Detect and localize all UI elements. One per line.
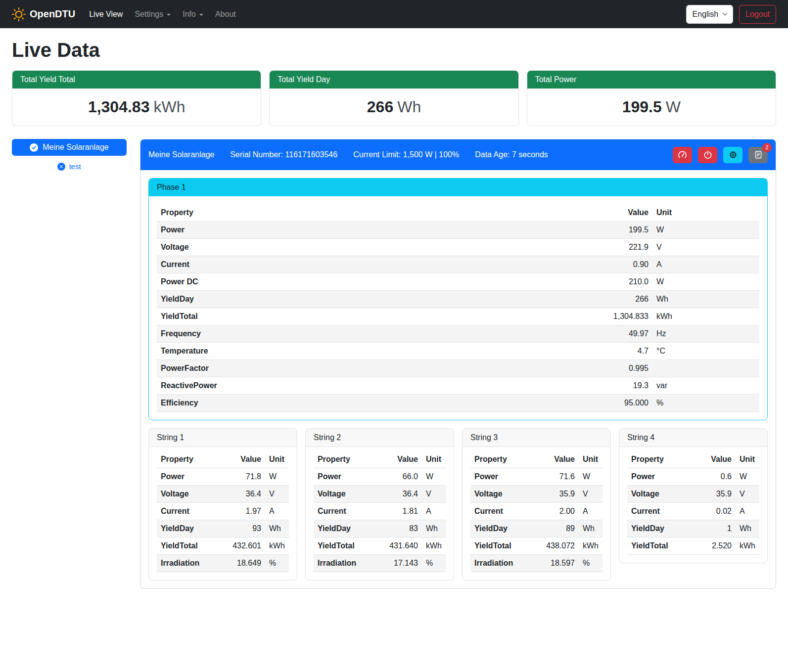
inverter-serial: Serial Number: 116171603546 (230, 150, 337, 159)
string-4-card: String 4 Property Value Unit (619, 428, 768, 563)
header-unit: Unit (422, 451, 446, 468)
string-title: String 3 (463, 429, 610, 447)
property-cell: Efficiency (157, 395, 453, 412)
table-row: Voltage36.4V (157, 486, 289, 503)
nav-item-info[interactable]: Info (177, 6, 209, 23)
header-property: Property (470, 451, 531, 468)
nav-item-live-view[interactable]: Live View (83, 6, 129, 23)
power-control-button[interactable] (698, 147, 717, 163)
table-body: Power0.6WVoltage35.9VCurrent0.02AYieldDa… (627, 468, 759, 555)
nav-item-label: Settings (135, 10, 163, 19)
sidebar-item-test[interactable]: test (12, 162, 127, 171)
property-cell: Current (470, 503, 531, 520)
property-cell: YieldTotal (157, 538, 218, 555)
string-3-table: Property Value Unit Power71.6WVoltage35.… (470, 451, 603, 572)
x-circle-icon (57, 163, 65, 171)
unit-cell: W (579, 468, 603, 486)
unit-cell: V (265, 486, 289, 503)
nav-links: Live View Settings Info About (83, 6, 242, 23)
property-cell: Current (314, 503, 374, 520)
caret-down-icon (199, 14, 203, 16)
navbar-left: OpenDTU Live View Settings Info About (12, 6, 242, 23)
property-cell: Power (470, 468, 531, 486)
card-unit: kWh (153, 98, 185, 116)
phase-body: Property Value Unit Power199.5WVoltage22… (149, 196, 767, 420)
property-cell: YieldDay (157, 520, 218, 538)
phase-card: Phase 1 Property Value Unit Power199.5WV… (148, 178, 768, 420)
string-2-card: String 2 Property Value Unit (305, 428, 454, 581)
property-cell: Current (157, 256, 453, 273)
language-select[interactable]: English (686, 5, 733, 24)
unit-cell: Wh (652, 291, 759, 308)
value-cell: 2.00 (531, 503, 579, 520)
table-row: YieldDay1Wh (627, 520, 759, 538)
table-row: YieldTotal1,304.833kWh (157, 308, 759, 325)
logout-button[interactable]: Logout (739, 5, 776, 24)
table-row: Current0.02A (627, 503, 759, 520)
card-body: 266Wh (270, 89, 518, 126)
card-title: Total Yield Day (270, 71, 518, 89)
table-row: YieldDay93Wh (157, 520, 289, 538)
limit-settings-button[interactable] (673, 147, 692, 163)
value-cell: 89 (531, 520, 579, 538)
inverter-panel: Meine Solaranlage Serial Number: 1161716… (140, 139, 776, 589)
nav-item-settings[interactable]: Settings (129, 6, 177, 23)
string-body: Property Value Unit Power71.6WVoltage35.… (463, 447, 610, 580)
card-title: Total Power (527, 71, 776, 89)
property-cell: Power DC (157, 273, 453, 291)
value-cell: 66.0 (374, 468, 422, 486)
total-yield-total-card: Total Yield Total 1,304.83kWh (12, 70, 261, 126)
string-1-table: Property Value Unit Power71.8WVoltage36.… (157, 451, 289, 572)
table-row: Power DC210.0W (157, 273, 759, 291)
header-value: Value (453, 204, 652, 222)
table-row: Voltage36.4V (314, 486, 446, 503)
table-row: YieldDay83Wh (314, 520, 446, 538)
total-yield-day-card: Total Yield Day 266Wh (269, 70, 518, 126)
inverter-select-button[interactable]: Meine Solaranlage (12, 139, 127, 156)
value-cell: 35.9 (531, 486, 579, 503)
card-value: 1,304.83 (88, 98, 150, 116)
table-header-row: Property Value Unit (157, 451, 289, 468)
table-row: Power71.6W (470, 468, 603, 486)
property-cell: YieldTotal (157, 308, 453, 325)
value-cell: 36.4 (374, 486, 422, 503)
table-row: Voltage35.9V (470, 486, 603, 503)
value-cell: 71.8 (218, 468, 265, 486)
card-value: 199.5 (622, 98, 662, 116)
unit-cell: var (652, 377, 759, 395)
unit-cell: W (652, 222, 759, 239)
unit-cell: V (579, 486, 603, 503)
table-row: Power66.0W (314, 468, 446, 486)
device-info-button[interactable] (723, 147, 742, 163)
property-cell: YieldDay (470, 520, 531, 538)
table-row: YieldTotal432.601kWh (157, 538, 289, 555)
header-value: Value (218, 451, 265, 468)
table-row: Power71.8W (157, 468, 289, 486)
inverter-limit: Current Limit: 1,500 W | 100% (353, 150, 459, 159)
table-body: Power71.6WVoltage35.9VCurrent2.00AYieldD… (470, 468, 603, 572)
unit-cell: A (736, 503, 759, 520)
card-body: 199.5W (527, 89, 776, 126)
table-head: Property Value Unit (627, 451, 759, 468)
header-value: Value (694, 451, 736, 468)
string-3-card: String 3 Property Value Unit (462, 428, 611, 581)
table-row: YieldDay266Wh (157, 291, 759, 308)
event-log-button[interactable]: 2 (748, 147, 768, 163)
table-header-row: Property Value Unit (157, 204, 759, 222)
sidebar-item-label: test (69, 162, 81, 171)
inverter-panel-header: Meine Solaranlage Serial Number: 1161716… (140, 139, 776, 170)
string-body: Property Value Unit Power71.8WVoltage36.… (149, 447, 297, 580)
brand-link[interactable]: OpenDTU (12, 7, 75, 21)
string-body: Property Value Unit Power66.0WVoltage36.… (306, 447, 454, 580)
nav-item-about[interactable]: About (209, 6, 242, 23)
table-header-row: Property Value Unit (470, 451, 603, 468)
unit-cell: W (422, 468, 446, 486)
table-row: PowerFactor0.995 (157, 360, 759, 377)
value-cell: 71.6 (531, 468, 579, 486)
page-title: Live Data (12, 39, 776, 61)
sun-icon (12, 7, 26, 21)
unit-cell: °C (652, 343, 759, 360)
value-cell: 49.97 (453, 325, 652, 343)
property-cell: Current (157, 503, 218, 520)
table-body: Power66.0WVoltage36.4VCurrent1.81AYieldD… (314, 468, 446, 572)
